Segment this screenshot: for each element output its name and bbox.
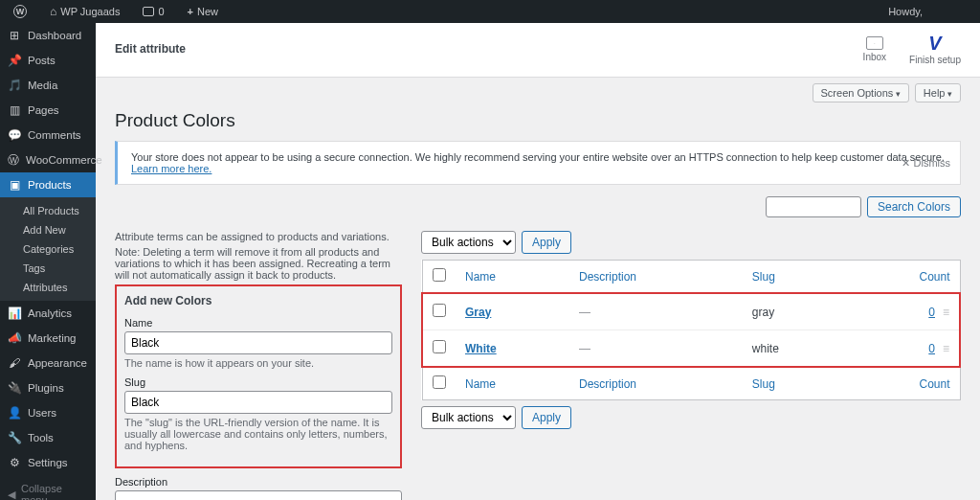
submenu-categories[interactable]: Categories bbox=[0, 239, 96, 259]
sidebar-item-label: Dashboard bbox=[28, 30, 81, 41]
setup-logo-icon: V bbox=[909, 33, 961, 55]
plus-icon: + bbox=[188, 6, 193, 17]
fcol-desc[interactable]: Description bbox=[569, 367, 743, 400]
sidebar-item-label: Settings bbox=[28, 457, 68, 468]
name-input[interactable] bbox=[124, 331, 392, 354]
row-checkbox[interactable] bbox=[433, 304, 446, 317]
fcol-slug[interactable]: Slug bbox=[743, 367, 846, 400]
products-submenu: All ProductsAdd NewCategoriesTagsAttribu… bbox=[0, 197, 96, 301]
sidebar-item-dashboard[interactable]: ⊞Dashboard bbox=[0, 23, 96, 48]
sidebar-item-plugins[interactable]: 🔌Plugins bbox=[0, 375, 96, 400]
sort-icon[interactable]: ≡ bbox=[943, 306, 949, 319]
appearance-icon: 🖌 bbox=[8, 356, 21, 370]
howdy-link[interactable]: Howdy, bbox=[888, 6, 980, 17]
term-desc: — bbox=[579, 342, 590, 355]
sidebar-item-products[interactable]: ▣Products bbox=[0, 172, 96, 197]
slug-label: Slug bbox=[124, 376, 392, 388]
page-icon: ▥ bbox=[8, 103, 21, 117]
sidebar-item-tools[interactable]: 🔧Tools bbox=[0, 425, 96, 450]
sidebar-item-marketing[interactable]: 📣Marketing bbox=[0, 326, 96, 351]
sidebar-item-label: Tools bbox=[28, 432, 54, 443]
col-desc[interactable]: Description bbox=[569, 261, 743, 294]
site-name: WP Jugaads bbox=[60, 6, 120, 17]
sidebar-item-woocommerce[interactable]: ⓌWooCommerce bbox=[0, 148, 96, 172]
bulk-actions-select-top[interactable]: Bulk actions bbox=[421, 231, 516, 254]
slug-hint: The "slug" is the URL-friendly version o… bbox=[124, 417, 392, 451]
term-name-link[interactable]: Gray bbox=[465, 306, 491, 319]
new-link[interactable]: +New bbox=[182, 6, 224, 17]
collapse-menu[interactable]: ◀Collapse menu bbox=[0, 475, 96, 500]
collapse-label: Collapse menu bbox=[21, 483, 88, 500]
fcol-count[interactable]: Count bbox=[846, 367, 960, 400]
comment-icon bbox=[143, 7, 154, 16]
sidebar-item-label: Users bbox=[28, 407, 56, 419]
howdy-text: Howdy, bbox=[888, 6, 923, 17]
apply-button-top[interactable]: Apply bbox=[522, 231, 571, 254]
term-count-link[interactable]: 0 bbox=[928, 342, 935, 355]
table-row: White—white0≡ bbox=[422, 330, 960, 368]
row-checkbox[interactable] bbox=[433, 340, 446, 353]
submenu-tags[interactable]: Tags bbox=[0, 259, 96, 278]
collapse-icon: ◀ bbox=[8, 489, 15, 501]
sidebar-item-analytics[interactable]: 📊Analytics bbox=[0, 301, 96, 326]
sidebar-item-media[interactable]: 🎵Media bbox=[0, 73, 96, 98]
slug-input[interactable] bbox=[124, 391, 392, 414]
new-label: New bbox=[197, 6, 218, 17]
analytics-icon: 📊 bbox=[8, 307, 21, 320]
select-all-top[interactable] bbox=[433, 268, 446, 282]
inbox-link[interactable]: Inbox bbox=[863, 36, 886, 62]
col-count[interactable]: Count bbox=[846, 261, 960, 294]
search-button[interactable]: Search Colors bbox=[867, 196, 961, 217]
plugins-icon: 🔌 bbox=[8, 381, 21, 395]
sidebar-item-comments[interactable]: 💬Comments bbox=[0, 123, 96, 148]
https-notice: Your store does not appear to be using a… bbox=[115, 141, 961, 185]
inbox-icon bbox=[866, 36, 883, 50]
screen-options-button[interactable]: Screen Options bbox=[813, 83, 909, 102]
submenu-add-new[interactable]: Add New bbox=[0, 220, 96, 239]
delete-note: Note: Deleting a term will remove it fro… bbox=[115, 246, 402, 281]
wp-logo[interactable]: W bbox=[8, 5, 33, 18]
fcol-name[interactable]: Name bbox=[456, 367, 569, 400]
desc-label: Description bbox=[115, 476, 402, 488]
sidebar-item-appearance[interactable]: 🖌Appearance bbox=[0, 351, 96, 375]
add-colors-box: Add new Colors Name The name is how it a… bbox=[115, 284, 402, 468]
sidebar-item-label: Marketing bbox=[28, 332, 77, 344]
notice-link[interactable]: Learn more here. bbox=[131, 163, 212, 174]
sidebar-item-posts[interactable]: 📌Posts bbox=[0, 48, 96, 73]
products-icon: ▣ bbox=[8, 178, 21, 192]
sidebar-item-label: Comments bbox=[28, 129, 81, 141]
select-all-bottom[interactable] bbox=[433, 375, 446, 389]
sidebar-item-label: Posts bbox=[28, 55, 56, 66]
comments-link[interactable]: 0 bbox=[137, 6, 169, 17]
submenu-all-products[interactable]: All Products bbox=[0, 201, 96, 220]
sidebar-item-users[interactable]: 👤Users bbox=[0, 400, 96, 425]
dashboard-icon: ⊞ bbox=[8, 29, 21, 42]
submenu-attributes[interactable]: Attributes bbox=[0, 278, 96, 297]
desc-textarea[interactable] bbox=[115, 490, 402, 500]
term-slug: white bbox=[743, 330, 846, 368]
term-desc: — bbox=[579, 306, 590, 319]
name-hint: The name is how it appears on your site. bbox=[124, 357, 392, 369]
col-name[interactable]: Name bbox=[456, 261, 569, 294]
notice-text: Your store does not appear to be using a… bbox=[131, 151, 945, 163]
search-input[interactable] bbox=[766, 196, 861, 217]
users-icon: 👤 bbox=[8, 406, 21, 420]
site-link[interactable]: ⌂WP Jugaads bbox=[44, 5, 125, 18]
dismiss-label: Dismiss bbox=[914, 157, 951, 169]
bulk-actions-select-bottom[interactable]: Bulk actions bbox=[421, 406, 516, 429]
sidebar-item-pages[interactable]: ▥Pages bbox=[0, 98, 96, 123]
sort-icon[interactable]: ≡ bbox=[943, 342, 949, 355]
term-name-link[interactable]: White bbox=[465, 342, 497, 355]
sidebar-item-label: Appearance bbox=[28, 357, 87, 369]
home-icon: ⌂ bbox=[50, 5, 56, 18]
comment-count: 0 bbox=[158, 6, 164, 17]
term-count-link[interactable]: 0 bbox=[928, 306, 935, 319]
apply-button-bottom[interactable]: Apply bbox=[522, 406, 571, 429]
woo-icon: Ⓦ bbox=[8, 153, 19, 167]
sidebar-item-settings[interactable]: ⚙Settings bbox=[0, 450, 96, 475]
comment-icon: 💬 bbox=[8, 128, 21, 142]
dismiss-notice-button[interactable]: ✕ Dismiss bbox=[902, 157, 950, 170]
finish-setup-link[interactable]: V Finish setup bbox=[909, 33, 961, 65]
help-button[interactable]: Help bbox=[915, 83, 961, 102]
col-slug[interactable]: Slug bbox=[743, 261, 846, 294]
